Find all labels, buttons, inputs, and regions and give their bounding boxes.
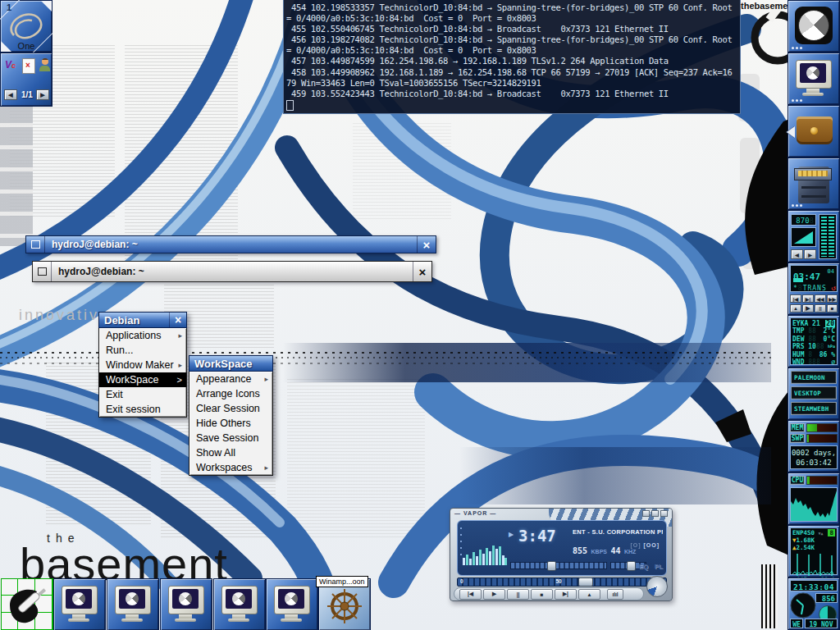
taskbar-icon-xterm[interactable] xyxy=(160,578,212,630)
drawer-icon xyxy=(797,116,833,144)
menu-item-clear-session[interactable]: Clear Session xyxy=(189,401,272,416)
window-list-item-steamwebhelper[interactable]: STEAMWEBH xyxy=(791,402,837,415)
play-button[interactable]: ▶ xyxy=(483,589,505,600)
workspace-menu-title: WorkSpace xyxy=(189,358,272,370)
monitor-icon xyxy=(115,586,151,623)
stop-button[interactable]: ■ xyxy=(531,589,553,600)
player-progress-block xyxy=(793,278,803,282)
dock-app-gnustep[interactable] xyxy=(788,0,840,52)
balance-handle[interactable] xyxy=(627,561,636,571)
visualizer-button[interactable]: ılıl xyxy=(607,589,623,600)
menu-item-exit-session[interactable]: Exit session xyxy=(99,402,186,417)
submenu-arrow-icon: > xyxy=(177,375,182,385)
taskbar-icon-label: Winamp...oon xyxy=(316,576,368,587)
playlist-button[interactable]: PL xyxy=(655,563,663,570)
root-menu-titlebar[interactable]: Debian × xyxy=(98,312,187,328)
seek-handle[interactable] xyxy=(578,578,593,587)
taskbar-icon-winamp[interactable]: Winamp...oon xyxy=(318,578,371,630)
volume-wedge-display[interactable] xyxy=(791,227,816,247)
mem-meter xyxy=(806,423,838,432)
dock-app-cpu-monitor: CPU xyxy=(788,472,840,525)
paperclip-icon xyxy=(9,11,45,40)
shade-button[interactable] xyxy=(651,510,659,517)
net-lcd: ENP4S0 ▼▲ 8 ▼1.68K ▲2.54K ▼445 ▲66.0 xyxy=(790,527,838,575)
close-button[interactable]: × xyxy=(413,262,431,281)
menu-item-applications[interactable]: Applications▸ xyxy=(99,328,186,343)
vc-icon: Vc xyxy=(5,59,16,71)
winamp-title: — VAPOR — xyxy=(454,510,496,516)
player-ff-button[interactable]: ▶▶ xyxy=(827,294,838,303)
taskbar-icon-xterm[interactable] xyxy=(107,578,159,630)
taskbar: Winamp...oon xyxy=(0,578,377,630)
net-header: ENP4S0 ▼▲ 8 xyxy=(792,529,835,536)
player-rewind-button[interactable]: ◀◀ xyxy=(815,294,826,303)
player-pause-button[interactable]: || xyxy=(815,304,826,313)
dock-app-drawer[interactable] xyxy=(788,105,840,158)
gnustep-logo-icon xyxy=(795,7,833,44)
player-next-button[interactable]: ▶| xyxy=(802,294,814,303)
weather-station-row: EYKA 21 20 xyxy=(792,320,835,327)
player-eject-button[interactable]: ▲ xyxy=(790,304,801,313)
player-prev-button[interactable]: |◀ xyxy=(790,294,801,303)
menu-item-workspaces[interactable]: Workspaces▸ xyxy=(189,460,272,475)
previous-button[interactable]: |◀ xyxy=(459,589,482,600)
taskbar-icon-xterm[interactable] xyxy=(53,578,106,630)
dock-app-terminal-launcher[interactable] xyxy=(788,52,840,105)
pager-next-button[interactable]: ▶ xyxy=(36,89,49,100)
menu-item-window-maker[interactable]: Window Maker▸ xyxy=(99,358,186,372)
pager-prev-button[interactable]: ◀ xyxy=(4,89,17,100)
winamp-logo-button[interactable] xyxy=(646,576,668,597)
window-list-item-palemoon[interactable]: PALEMOON xyxy=(791,371,837,384)
menu-item-run[interactable]: Run... xyxy=(99,343,186,358)
workspace-menu-titlebar[interactable]: WorkSpace xyxy=(189,355,273,372)
player-play-button[interactable]: ▶ xyxy=(802,304,814,313)
workspace-clip[interactable]: 1 One xyxy=(0,0,52,52)
volume-handle[interactable] xyxy=(547,561,556,571)
menu-item-save-session[interactable]: Save Session xyxy=(189,431,272,445)
menu-item-arrange-icons[interactable]: Arrange Icons xyxy=(189,386,272,401)
mixer-next-channel-button[interactable]: ▶ xyxy=(804,249,816,259)
terminal-window[interactable]: 454 102.198533357 TechnicolorD_10:84:bd … xyxy=(283,0,741,114)
root-menu-close-icon[interactable]: × xyxy=(169,313,186,327)
menu-item-hide-others[interactable]: Hide Others xyxy=(189,416,272,431)
taskbar-icon-xterm[interactable] xyxy=(266,578,318,630)
menu-item-workspace[interactable]: WorkSpace> xyxy=(99,372,186,387)
shaded-window-unfocused[interactable]: hydroJ@debian: ~ × xyxy=(32,261,432,282)
window-menu-button[interactable] xyxy=(33,262,52,281)
wrench-screwdriver-icon xyxy=(2,579,52,630)
next-button[interactable]: ▶| xyxy=(555,589,577,600)
menu-item-exit[interactable]: Exit xyxy=(99,387,186,402)
shaded-window-focused[interactable]: hydroJ@debian: ~ × xyxy=(25,235,436,253)
clock-date: 19 NOV xyxy=(805,619,838,628)
eq-button[interactable]: EQ xyxy=(638,563,648,570)
dock-app-file-cabinet[interactable] xyxy=(788,158,840,210)
workspace-menu: WorkSpace Appearance▸ Arrange Icons Clea… xyxy=(189,355,273,476)
winamp-titlebar[interactable]: — VAPOR — xyxy=(450,509,672,518)
eject-button[interactable]: ▲ xyxy=(578,589,600,600)
pause-button[interactable]: || xyxy=(507,589,529,600)
track-title[interactable]: ENT - S.U. CORPORATION PROUDLY xyxy=(573,528,663,536)
vu-meter xyxy=(819,214,837,259)
mixer-prev-channel-button[interactable]: ◀ xyxy=(791,249,803,259)
clutterbar[interactable] xyxy=(460,527,462,560)
taskbar-icon-xterm[interactable] xyxy=(213,578,266,630)
dock-app-mixer: 8708 ◀ ▶ xyxy=(788,210,840,262)
window-list-item-vesktop[interactable]: VESKTOP xyxy=(791,386,837,399)
seek-bar[interactable]: 0 50 100 xyxy=(457,578,667,587)
minimize-button[interactable] xyxy=(642,510,650,517)
menu-item-appearance[interactable]: Appearance▸ xyxy=(189,372,272,386)
winamp-player[interactable]: — VAPOR — ▶ 3:47 ENT - S.U. CORPORATION … xyxy=(450,508,673,601)
volume-slider[interactable] xyxy=(510,562,607,569)
window-menu-button[interactable] xyxy=(26,236,45,253)
player-stop-button[interactable]: ■ xyxy=(827,304,838,313)
close-button[interactable]: × xyxy=(417,236,436,253)
weather-lcd: EYKA 21 20 TMP 882°C DEW 880°C PRS 1088h… xyxy=(790,317,838,365)
playback-time[interactable]: 3:47 xyxy=(518,527,556,545)
samplerate-unit: KHZ xyxy=(624,549,636,555)
uptime-display: 0002 days, 06:03:42 xyxy=(790,445,838,469)
taskbar-icon-tools[interactable] xyxy=(1,578,53,630)
menu-item-show-all[interactable]: Show All xyxy=(189,445,272,460)
drawer-collapse-arrow-icon[interactable] xyxy=(787,126,795,138)
clock-counter: 856 xyxy=(815,593,838,603)
close-button[interactable] xyxy=(660,510,668,517)
